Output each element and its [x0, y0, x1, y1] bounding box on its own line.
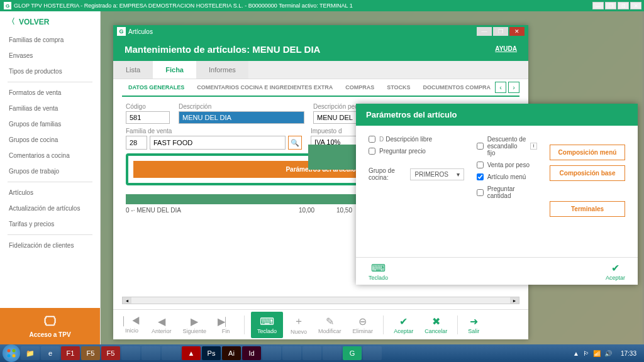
desc-input[interactable] [179, 111, 304, 124]
sidebar-item[interactable]: Familias de venta [0, 101, 100, 116]
escandallo-value-input[interactable] [530, 143, 537, 150]
sidebar-item[interactable]: Tipos de productos [0, 63, 100, 79]
taskbar-app-icon[interactable] [262, 346, 281, 360]
articulo-menu-check[interactable]: Artículo menú [477, 173, 537, 180]
desc-label: Descripción [179, 103, 304, 110]
tab-informes[interactable]: Informes [196, 61, 248, 79]
taskbar-app-icon[interactable] [162, 346, 180, 360]
taskbar-app-icon[interactable]: F5 [101, 346, 120, 360]
taskbar-app-icon[interactable] [282, 346, 301, 360]
anterior-button[interactable]: ◀Anterior [148, 314, 175, 336]
exit-icon: ➜ [470, 315, 478, 327]
modificar-button[interactable]: ✎Modificar [314, 314, 345, 336]
sidebar-item[interactable]: Formatos de venta [0, 85, 100, 101]
codigo-input[interactable] [126, 111, 170, 124]
tab-ficha[interactable]: Ficha [153, 61, 196, 79]
taskbar-app-icon[interactable]: F5 [81, 346, 100, 360]
taskbar-app-icon[interactable] [323, 346, 341, 360]
sidebar-item[interactable]: Comentarios a cocina [0, 148, 100, 163]
taskbar-app-icon[interactable] [121, 346, 140, 360]
taskbar-clock[interactable]: 17:33 [616, 350, 641, 357]
tray-net-icon[interactable]: 📶 [593, 350, 601, 357]
sidebar-item[interactable]: Envases [0, 48, 100, 63]
close-btn[interactable]: ✕ [630, 2, 641, 9]
tray-up-icon[interactable]: ▲ [573, 350, 579, 357]
siguiente-button[interactable]: ▶Siguiente [179, 314, 211, 336]
modal-restore[interactable]: ❐ [493, 27, 508, 36]
back-button[interactable]: 〈 VOLVER [0, 11, 100, 32]
taskbar-ie-icon[interactable]: e [41, 346, 60, 360]
popup-teclado-button[interactable]: ⌨Teclado [369, 262, 388, 281]
taskbar-ps-icon[interactable]: Ps [202, 346, 221, 360]
sidebar-item[interactable]: Fidelización de clientes [0, 238, 100, 253]
tray-vol-icon[interactable]: 🔊 [604, 350, 612, 357]
taskbar-reader-icon[interactable]: ▲ [182, 346, 201, 360]
familia-search-icon[interactable]: 🔍 [288, 136, 302, 150]
sidebar-item[interactable]: Actualización de artículos [0, 200, 100, 216]
comp-base-button[interactable]: Composición base [550, 165, 625, 181]
taskbar-glop-icon[interactable]: G [343, 346, 362, 360]
monitor-icon: 🖵 [0, 314, 100, 329]
sidebar-item[interactable]: Tarifas y precios [0, 216, 100, 232]
modal-minimize[interactable]: — [477, 27, 492, 36]
titlebar-text: GLOP TPV HOSTELERIA - Registrado a: EMPR… [14, 3, 353, 9]
app-titlebar: G GLOP TPV HOSTELERIA - Registrado a: EM… [0, 0, 644, 11]
subtab-stocks[interactable]: STOCKS [380, 79, 416, 96]
taskbar-ai-icon[interactable]: Ai [222, 346, 241, 360]
venta-peso-check[interactable]: Venta por peso [477, 162, 537, 168]
sidebar-item[interactable]: Grupos de trabajo [0, 163, 100, 179]
sidebar-item[interactable]: Familias de compra [0, 32, 100, 48]
taskbar-id-icon[interactable]: Id [242, 346, 261, 360]
familia-text-input[interactable] [150, 136, 286, 150]
cancelar-button[interactable]: ✖Cancelar [421, 314, 451, 336]
aceptar-button[interactable]: ✔Aceptar [390, 314, 417, 336]
eliminar-button[interactable]: ⊖Eliminar [349, 314, 377, 336]
preg-cantidad-check[interactable]: Preguntar cantidad [477, 185, 537, 199]
subtab-datos[interactable]: DATOS GENERALES [122, 79, 191, 97]
cancel-icon: ✖ [432, 315, 440, 327]
plus-icon: ＋ [294, 315, 304, 328]
sidebar-item[interactable]: Grupos de familias [0, 116, 100, 132]
taskbar-app-icon[interactable] [142, 346, 160, 360]
subtab-comentarios[interactable]: COMENTARIOS COCINA E INGREDIENTES EXTRA [191, 79, 339, 96]
horizontal-scrollbar[interactable] [122, 297, 519, 304]
popup-aceptar-button[interactable]: ✔Aceptar [606, 262, 625, 281]
restore-btn[interactable]: ❐ [605, 2, 616, 9]
subtab-documentos[interactable]: DOCUMENTOS COMPRA [417, 79, 497, 96]
taskbar-explorer-icon[interactable]: 📁 [21, 346, 40, 360]
modal-close[interactable]: ✕ [509, 27, 525, 36]
check-icon: ✔ [399, 315, 408, 327]
sidebar-item[interactable]: Artículos [0, 185, 100, 200]
start-button[interactable] [3, 344, 20, 362]
desc-libre-check[interactable]: DDescripción libre [369, 136, 464, 143]
help-link[interactable]: AYUDA [495, 45, 517, 52]
tab-lista[interactable]: Lista [113, 61, 153, 79]
grupo-cocina-select[interactable]: PRIMEROS [410, 168, 464, 180]
subtab-prev[interactable]: ‹ [495, 82, 506, 93]
taskbar-app-icon[interactable]: F1 [61, 346, 80, 360]
familia-label: Familia de venta [126, 128, 302, 134]
salir-button[interactable]: ➜Salir [464, 314, 483, 336]
teclado-button[interactable]: ⌨Teclado [251, 312, 283, 338]
svg-point-0 [8, 349, 11, 353]
windows-taskbar: 📁 e F1 F5 F5 ▲ Ps Ai Id G ▲ 🏳 📶 🔊 17:33 [0, 344, 644, 362]
comp-menu-button[interactable]: Composición menú [550, 145, 625, 160]
desc-escandallo-check[interactable]: Descuento de escandallo fijo [477, 136, 537, 156]
preg-precio-check[interactable]: Preguntar precio [369, 148, 464, 155]
terminales-button[interactable]: Terminales [550, 201, 625, 217]
subtab-compras[interactable]: COMPRAS [339, 79, 380, 96]
taskbar-app-icon[interactable] [303, 346, 321, 360]
svg-point-1 [13, 349, 16, 353]
familia-code-input[interactable] [126, 136, 147, 150]
inicio-button[interactable]: ⎸◀Inicio [119, 314, 144, 335]
nuevo-button[interactable]: ＋Nuevo [287, 314, 311, 336]
sidebar-item[interactable]: Grupos de cocina [0, 132, 100, 148]
minimize-btn[interactable]: — [592, 2, 604, 9]
fin-button[interactable]: ▶⎸Fin [214, 314, 238, 336]
access-tpv-button[interactable]: 🖵 Acceso a TPV [0, 308, 100, 344]
first-icon: ⎸◀ [123, 315, 140, 327]
tray-flag-icon[interactable]: 🏳 [583, 350, 589, 357]
maximize-btn[interactable]: ⊡ [618, 2, 629, 9]
taskbar-app-icon[interactable] [363, 346, 382, 360]
subtab-next[interactable]: › [508, 82, 519, 93]
